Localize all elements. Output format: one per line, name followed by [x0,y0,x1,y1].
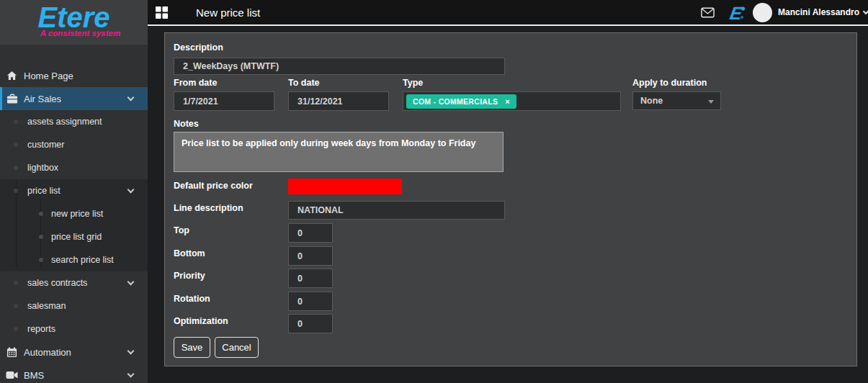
svg-text:E: E [728,3,745,22]
chevron-down-icon [863,9,868,14]
line-description-input[interactable] [288,201,505,220]
sidebar-item-label: Home Page [24,71,73,81]
topbar: New price list E Mancini Alessandro [148,0,868,26]
bullet-icon [14,143,18,147]
save-button[interactable]: Save [174,337,210,358]
top-input[interactable] [288,223,333,243]
sidebar-item-customer[interactable]: customer [0,133,148,156]
price-list-group: price list new price list price list gri… [0,179,148,271]
sidebar: Etere A consistent system Home Page Air … [0,0,148,383]
sidebar-item-price-list[interactable]: price list [0,179,148,202]
bullet-icon [14,327,18,331]
briefcase-icon [6,93,18,104]
sidebar-item-label: new price list [51,209,103,219]
user-menu[interactable]: Mancini Alessandro [778,7,859,17]
sidebar-item-automation[interactable]: Automation [0,341,148,364]
logo-block[interactable]: Etere A consistent system [0,0,148,45]
home-icon [6,70,18,81]
optimization-input[interactable] [288,314,333,333]
bullet-icon [39,235,43,239]
etere-logo: Etere [0,3,148,32]
rotation-label: Rotation [174,294,210,304]
sidebar-item-home-page[interactable]: Home Page [0,64,148,87]
from-date-label: From date [174,78,217,88]
type-chip-text: COM - COMMERCIALS [413,97,498,106]
sidebar-item-label: Automation [24,347,71,358]
sidebar-item-sales-contracts[interactable]: sales contracts [0,271,148,294]
sidebar-item-price-list-grid[interactable]: price list grid [0,225,148,248]
type-label: Type [403,78,423,88]
sidebar-item-label: lightbox [27,163,58,173]
sidebar-item-label: reports [27,324,55,334]
chevron-down-icon [127,186,135,194]
sidebar-item-label: customer [27,140,64,150]
app-window: Etere A consistent system Home Page Air … [0,0,868,383]
sidebar-item-label: price list [27,186,61,196]
sidebar-item-bms[interactable]: BMS [0,364,148,383]
default-price-color-label: Default price color [174,181,253,191]
sidebar-item-reports[interactable]: reports [0,317,148,341]
bullet-icon [14,120,18,124]
bullet-icon [14,304,18,308]
sidebar-item-label: price list grid [51,232,102,242]
chip-remove-icon[interactable]: × [505,97,510,106]
notes-label: Notes [174,119,199,129]
description-input[interactable] [174,58,505,75]
rotation-input[interactable] [288,292,333,311]
bullet-icon [14,166,18,170]
sidebar-item-label: sales contracts [27,278,87,288]
select-caret-icon [708,100,714,104]
default-price-color-swatch[interactable] [288,179,402,194]
line-description-label: Line description [174,203,243,213]
apply-to-duration-value: None [640,96,663,106]
page-title: New price list [196,6,260,19]
chevron-down-icon [127,348,135,355]
from-date-input[interactable] [174,91,274,111]
chevron-down-icon [127,279,135,286]
apply-to-duration-select[interactable]: None [632,91,721,110]
sidebar-item-label: search price list [51,255,114,265]
top-label: Top [174,225,189,235]
bullet-icon [39,212,43,216]
description-label: Description [174,42,223,53]
to-date-label: To date [288,78,320,88]
sidebar-item-air-sales[interactable]: Air Sales [0,87,148,110]
bottom-input[interactable] [288,246,333,266]
bottom-label: Bottom [174,248,205,258]
chevron-down-icon [127,94,135,102]
sidebar-item-label: salesman [27,301,66,311]
to-date-input[interactable] [288,91,389,111]
content-area: Description From date To date Type COM -… [148,27,868,383]
bullet-icon [39,258,43,262]
bullet-icon [14,281,18,285]
sidebar-item-label: BMS [24,370,44,381]
topbar-right: E Mancini Alessandro [701,3,868,22]
logo-tagline: A consistent system [0,29,148,37]
calendar-icon [6,346,18,358]
etere-mark-icon[interactable]: E [728,3,747,22]
apply-to-duration-label: Apply to duration [632,78,707,88]
notes-textarea[interactable]: Price list to be applied only during wee… [174,132,504,172]
sidebar-nav: Home Page Air Sales assets assignment cu… [0,45,148,383]
sidebar-item-assets-assignment[interactable]: assets assignment [0,110,148,133]
chevron-down-icon [127,371,135,378]
sidebar-item-salesman[interactable]: salesman [0,294,148,317]
cancel-button[interactable]: Cancel [215,337,259,358]
price-list-form-panel: Description From date To date Type COM -… [164,32,857,366]
sidebar-item-lightbox[interactable]: lightbox [0,156,148,179]
sidebar-item-search-price-list[interactable]: search price list [0,248,148,271]
type-input[interactable]: COM - COMMERCIALS × [403,91,621,111]
optimization-label: Optimization [174,316,228,326]
bullet-icon [14,189,18,193]
sidebar-item-new-price-list[interactable]: new price list [0,202,148,225]
avatar[interactable] [753,3,772,22]
priority-label: Priority [174,271,205,281]
type-chip: COM - COMMERCIALS × [406,94,516,109]
mail-icon[interactable] [701,7,715,18]
apps-grid-icon[interactable] [155,6,169,19]
video-camera-icon [6,369,18,381]
sidebar-item-label: assets assignment [27,117,102,127]
priority-input[interactable] [288,269,333,288]
sidebar-item-label: Air Sales [24,94,61,104]
